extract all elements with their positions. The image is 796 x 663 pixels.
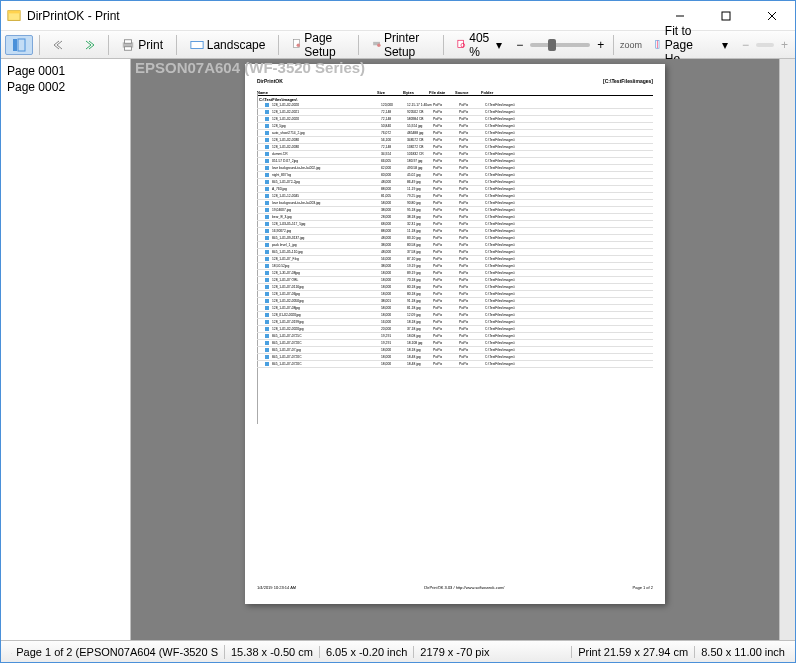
fit-out-button[interactable]: − <box>739 35 752 55</box>
vertical-scrollbar[interactable] <box>779 59 795 640</box>
main-area: Page 0001Page 0002 EPSON07A604 (WF-3520 … <box>1 59 795 640</box>
landscape-icon <box>190 38 204 52</box>
status-print-cm: Print 21.59 x 27.94 cm <box>572 646 695 658</box>
fit-slider[interactable] <box>756 43 774 47</box>
table-row: 128_1-01-07 OBL18,00070.18 jpgPixPixPixP… <box>257 277 653 284</box>
landscape-button[interactable]: Landscape <box>183 35 273 55</box>
table-row: love background-to-be-lo-002.jpg62,00049… <box>257 165 653 172</box>
zoom-label: zoom <box>620 40 642 50</box>
chevron-down-icon: ▾ <box>722 38 728 52</box>
file-icon <box>265 103 269 107</box>
doc-path: [C:\TestFiles\images] <box>603 78 653 84</box>
footer-center: DirPrintOK 3.03 / http://www.softwareok.… <box>424 585 504 590</box>
zoom-icon <box>456 38 466 52</box>
file-icon <box>265 285 269 289</box>
separator <box>358 35 359 55</box>
table-row: night_837 bg60,00045.02 jpgPixPixPixPixC… <box>257 172 653 179</box>
table-row: 128_1-31-07-08jpg18,00089.19 jpgPixPixPi… <box>257 270 653 277</box>
status-page-info: Page 1 of 2 (EPSON07A604 (WF-3520 S <box>16 646 218 658</box>
printer-setup-label: Printer Setup <box>384 31 430 59</box>
window-title: DirPrintOK - Print <box>27 9 120 23</box>
zoom-out-button[interactable]: − <box>513 35 526 55</box>
file-icon <box>265 159 269 163</box>
table-row: 128_1-01-02-0020120,00012.15.17 1:40amPi… <box>257 102 653 109</box>
file-icon <box>265 208 269 212</box>
page-setup-button[interactable]: Page Setup <box>285 28 352 62</box>
svg-point-15 <box>377 44 380 47</box>
table-row: 16,90072.jpg88,00011.18 jpgPixPixPixPixC… <box>257 228 653 235</box>
printer-icon <box>11 645 12 659</box>
footer-right: Page 1 of 2 <box>633 585 653 590</box>
file-icon <box>265 299 269 303</box>
separator <box>176 35 177 55</box>
table-row: auto_shoot2714_2.jpg76,072485488 jpgPixP… <box>257 130 653 137</box>
file-icon <box>265 341 269 345</box>
file-icon <box>265 250 269 254</box>
file-icon <box>265 278 269 282</box>
table-row: A_760.jpg88,00011.19 jpgPixPixPixPixC:\T… <box>257 186 653 193</box>
table-row: 128_1-01-02-002172,148920502 CBPixPixPix… <box>257 109 653 116</box>
printer-icon <box>121 38 135 52</box>
table-row: 18,50.52jpg38,00019.19 jpgPixPixPixPixC:… <box>257 263 653 270</box>
print-button[interactable]: Print <box>114 35 170 55</box>
table-row: 845_1-01-07-07.jpg18,00018.18 jpgPixPixP… <box>257 347 653 354</box>
zoom-slider[interactable] <box>530 43 590 47</box>
page-list-item[interactable]: Page 0001 <box>5 63 126 79</box>
file-icon <box>265 166 269 170</box>
file-icon <box>265 180 269 184</box>
table-row: 845_1-01-07-0720C19,29118.108 jpgPixPixP… <box>257 340 653 347</box>
file-icon <box>265 264 269 268</box>
printer-setup-icon <box>372 38 381 52</box>
toolbar: Print Landscape Page Setup Printer Setup… <box>1 31 795 59</box>
table-row: 845_1-01-072-2jpg48,00086.49 jpgPixPixPi… <box>257 179 653 186</box>
table-row: 19,04607.jpg38,00095.18 jpgPixPixPixPixC… <box>257 207 653 214</box>
zoom-value-button[interactable]: 405 % ▾ <box>449 28 509 62</box>
file-icon <box>265 229 269 233</box>
zoom-in-button[interactable]: + <box>594 35 607 55</box>
separator <box>613 35 614 55</box>
file-icon <box>265 117 269 121</box>
table-row: 128_1-01-02-002072,148580984 CBPixPixPix… <box>257 116 653 123</box>
landscape-label: Landscape <box>207 38 266 52</box>
file-icon <box>265 201 269 205</box>
table-row: 845_1-01-07-0720C18,00018.48 jpgPixPixPi… <box>257 354 653 361</box>
table-row: 128_1-01-07-0116jpg18,00080.18 jpgPixPix… <box>257 284 653 291</box>
prev-page-button[interactable] <box>46 36 72 54</box>
doc-title: DirPrintOK <box>257 78 283 84</box>
column-header: Name <box>257 90 377 95</box>
svg-rect-3 <box>722 12 730 20</box>
next-page-button[interactable] <box>76 36 102 54</box>
separator <box>278 35 279 55</box>
printer-setup-button[interactable]: Printer Setup <box>365 28 437 62</box>
separator <box>443 35 444 55</box>
table-row: 128_1-01-02-0050jpg38,00191.18 jpgPixPix… <box>257 298 653 305</box>
page-list-sidebar: Page 0001Page 0002 <box>1 59 131 640</box>
file-icon <box>265 131 269 135</box>
file-icon <box>265 334 269 338</box>
page-list-item[interactable]: Page 0002 <box>5 79 126 95</box>
footer-left: 1/4/2019 10:23:14 AM <box>257 585 296 590</box>
status-cm: 15.38 x -0.50 cm <box>225 646 320 658</box>
printer-banner: EPSON07A604 (WF-3520 Series) <box>131 59 369 76</box>
column-header: Source <box>455 90 481 95</box>
separator <box>39 35 40 55</box>
toggle-sidebar-button[interactable] <box>5 35 33 55</box>
table-row: pack level_1_jpg38,00080.58 jpgPixPixPix… <box>257 242 653 249</box>
file-icon <box>265 187 269 191</box>
table-row: 128_1-01-02-003072,148138272 CBPixPixPix… <box>257 144 653 151</box>
table-row: 128_1-03-05-517_5jpg68,00032.31 jpgPixPi… <box>257 221 653 228</box>
close-button[interactable] <box>749 1 795 31</box>
file-icon <box>265 145 269 149</box>
status-inch: 6.05 x -0.20 inch <box>320 646 414 658</box>
file-icon <box>265 348 269 352</box>
fit-in-button[interactable]: + <box>778 35 791 55</box>
file-icon <box>265 327 269 331</box>
file-icon <box>265 362 269 366</box>
fit-height-icon <box>653 38 662 52</box>
table-row: 128_1-01-12-004581,00579.25 jpgPixPixPix… <box>257 193 653 200</box>
table-row: love background-to-be-lo-003.jpg58,00090… <box>257 200 653 207</box>
file-icon <box>265 173 269 177</box>
preview-page[interactable]: DirPrintOK [C:\TestFiles\images] NameSiz… <box>245 64 665 604</box>
table-row: bear_B_3.jpg28,00038.18 jpgPixPixPixPixC… <box>257 214 653 221</box>
status-print-in: 8.50 x 11.00 inch <box>695 646 791 658</box>
